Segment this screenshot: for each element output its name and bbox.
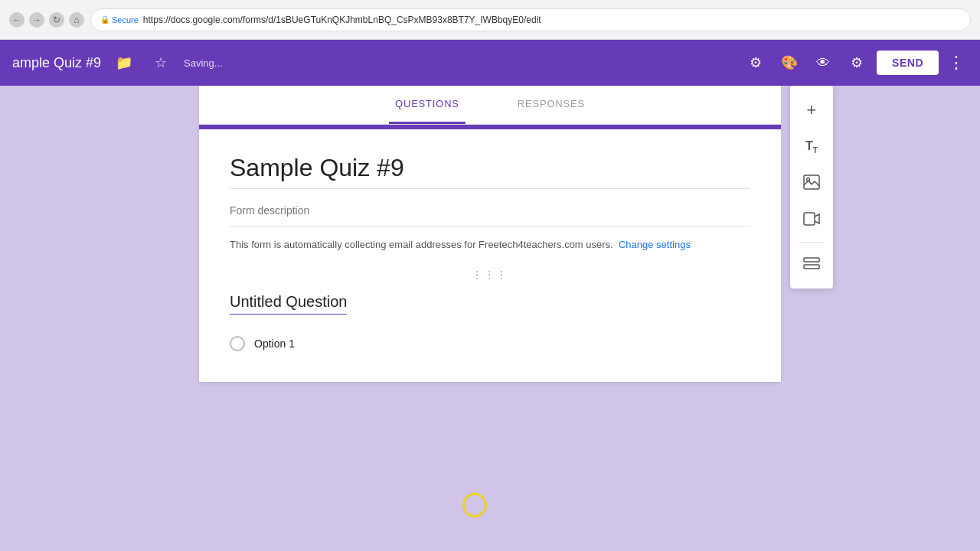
plus-icon: + [807, 100, 817, 120]
question-title[interactable]: Untitled Question [230, 293, 347, 315]
change-settings-link[interactable]: Change settings [619, 239, 691, 250]
svg-rect-2 [804, 213, 815, 225]
url-text: https://docs.google.com/forms/d/1sBUeGTu… [143, 15, 541, 25]
form-container: QUESTIONS RESPONSES Sample Quiz #9 This … [199, 86, 781, 551]
video-icon [803, 212, 820, 230]
app-header: ample Quiz #9 📁 ☆ Saving... ⚙ 🎨 👁 ⚙ SEND… [0, 40, 980, 86]
drag-handle: ⋮⋮⋮ [230, 256, 750, 287]
star-button[interactable]: ☆ [147, 49, 175, 77]
option-row: Option 1 [230, 336, 750, 351]
secure-badge: 🔒 Secure [100, 15, 139, 24]
svg-rect-4 [804, 265, 819, 269]
secure-label: Secure [112, 15, 139, 24]
app-title: ample Quiz #9 [12, 55, 101, 71]
right-sidebar: + TT [790, 86, 833, 289]
add-image-button[interactable] [793, 165, 830, 202]
sidebar-divider [799, 242, 824, 243]
settings-button[interactable]: ⚙ [843, 49, 871, 77]
nav-icons: ← → ↻ ⌂ [9, 12, 84, 28]
option-text: Option 1 [254, 337, 295, 350]
add-section-button[interactable] [793, 246, 830, 282]
question-section: Untitled Question Option 1 [230, 293, 750, 351]
add-title-button[interactable]: TT [793, 129, 830, 165]
address-bar[interactable]: 🔒 Secure https://docs.google.com/forms/d… [90, 8, 971, 31]
lock-icon: 🔒 [100, 15, 109, 24]
tab-responses[interactable]: RESPONSES [511, 86, 591, 124]
title-icon: TT [805, 139, 818, 155]
back-icon[interactable]: ← [9, 12, 24, 28]
refresh-icon[interactable]: ↻ [49, 12, 64, 28]
radio-circle[interactable] [230, 336, 245, 351]
image-icon [803, 174, 820, 194]
home-icon[interactable]: ⌂ [69, 12, 84, 28]
tabs-bar: QUESTIONS RESPONSES [199, 86, 781, 125]
folder-button[interactable]: 📁 [110, 49, 138, 77]
header-right: ⚙ 🎨 👁 ⚙ SEND ⋮ [742, 49, 968, 77]
form-title: Sample Quiz #9 [230, 154, 750, 189]
tab-questions[interactable]: QUESTIONS [389, 86, 466, 124]
section-icon [803, 256, 820, 273]
browser-bar: ← → ↻ ⌂ 🔒 Secure https://docs.google.com… [0, 0, 980, 40]
svg-rect-3 [804, 258, 819, 262]
forward-icon[interactable]: → [29, 12, 44, 28]
more-button[interactable]: ⋮ [945, 53, 968, 73]
email-notice: This form is automatically collecting em… [230, 239, 750, 250]
drag-dots: ⋮⋮⋮ [472, 269, 508, 281]
preview-button[interactable]: 👁 [809, 49, 837, 77]
send-button[interactable]: SEND [877, 51, 939, 75]
puzzle-button[interactable]: ⚙ [742, 49, 769, 77]
add-video-button[interactable] [793, 202, 830, 239]
form-body: Sample Quiz #9 This form is automaticall… [199, 125, 781, 382]
form-description-input[interactable] [230, 195, 750, 227]
email-notice-text: This form is automatically collecting em… [230, 239, 613, 250]
main-content: QUESTIONS RESPONSES Sample Quiz #9 This … [0, 86, 980, 551]
saving-text: Saving... [184, 57, 223, 69]
add-question-button[interactable]: + [793, 92, 830, 129]
palette-button[interactable]: 🎨 [776, 49, 803, 77]
